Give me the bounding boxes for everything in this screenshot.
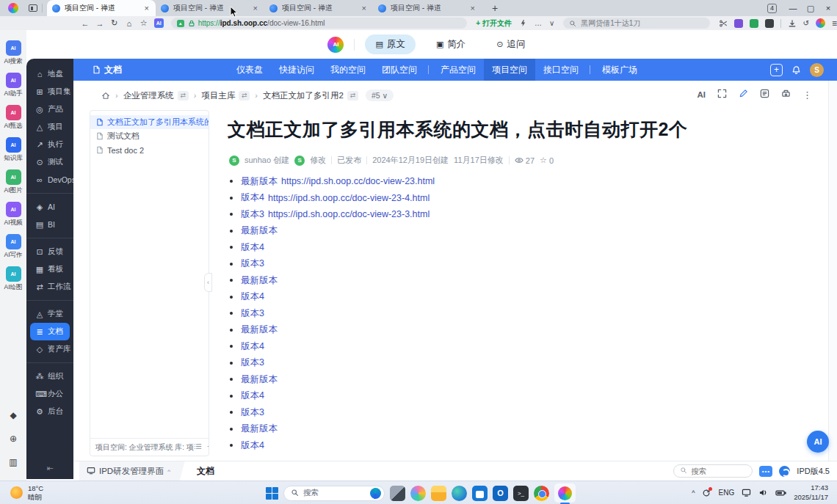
maximize-button[interactable]: ▢ (802, 0, 819, 16)
more-menu-icon[interactable]: ⋮ (802, 90, 812, 101)
sidebar-item[interactable]: ≣文档 (30, 323, 70, 340)
doc-link[interactable]: 版本4 (241, 241, 264, 254)
nav-item[interactable]: 团队空间 (374, 59, 425, 81)
notification-bell-icon[interactable] (791, 65, 801, 75)
browser-downloads-icon[interactable]: ⊕ (10, 434, 17, 444)
downloads-icon[interactable] (788, 19, 797, 28)
browser-extensions-icon[interactable]: ◆ (10, 410, 16, 420)
forward-icon[interactable]: → (93, 19, 107, 28)
doc-link[interactable]: 最新版本 (241, 423, 278, 435)
sidebar-item[interactable]: ⊙测试 (30, 153, 70, 171)
tab-close-icon[interactable]: × (252, 4, 259, 12)
nav-item[interactable]: 我的空间 (322, 59, 374, 81)
zentao-browser-icon[interactable] (554, 483, 576, 503)
bookmark-icon[interactable]: ☆ (137, 18, 151, 28)
doc-link[interactable]: 版本4 (241, 340, 264, 353)
catalog-icon[interactable] (760, 88, 769, 101)
version-badge[interactable]: #5∨ (366, 90, 394, 101)
sidebar-item[interactable]: ∞DevOps (30, 171, 70, 189)
ai-tool-item[interactable]: AI AI助手 (4, 73, 22, 98)
nav-item[interactable]: 产品空间 (432, 59, 484, 81)
microsoft-store-icon[interactable] (472, 486, 488, 501)
sidebar-item[interactable]: ⊡反馈 (30, 243, 70, 260)
breadcrumb-home-icon[interactable] (101, 92, 110, 100)
tree-settings-gear-icon[interactable] (207, 442, 209, 452)
edit-icon[interactable] (739, 88, 748, 101)
nav-item[interactable]: 模板广场 (594, 59, 645, 81)
update-icon[interactable] (702, 489, 711, 497)
reader-mode-tab[interactable]: ▤ 原文 (365, 34, 415, 54)
doc-link[interactable]: 版本4 (241, 390, 264, 402)
ai-tool-item[interactable]: AI AI甄选 (4, 105, 22, 131)
collapse-toolbar-icon[interactable]: ∨ (549, 19, 554, 27)
back-icon[interactable]: ← (78, 19, 93, 28)
menu-icon[interactable]: ≡ (832, 18, 837, 29)
sidebar-item[interactable]: ◬学堂 (30, 305, 70, 323)
terminal-icon[interactable] (513, 486, 529, 501)
scrollbar-track[interactable] (828, 81, 837, 461)
sidebar-collapse-icon[interactable]: ⇤ (26, 464, 73, 473)
ai-tool-item[interactable]: AI AI绘图 (4, 266, 22, 292)
footer-search[interactable] (673, 464, 753, 478)
browser-logo-icon[interactable] (8, 3, 18, 13)
hidden-icons-chevron[interactable]: ^ (692, 489, 695, 497)
doc-link[interactable]: 版本4 (241, 191, 264, 204)
sidebar-item[interactable]: ▦看板 (30, 260, 70, 278)
copilot-icon[interactable] (410, 486, 426, 501)
history-icon[interactable]: ↺ (803, 19, 809, 27)
star-icon[interactable]: ☆ (540, 156, 547, 165)
footer-search-input[interactable] (691, 467, 742, 475)
switch-icon[interactable]: ⇄ (347, 91, 358, 101)
breadcrumb-item[interactable]: › 企业管理系统 ⇄ (110, 90, 189, 101)
reload-icon[interactable]: ↻ (107, 18, 122, 28)
chrome-icon[interactable] (534, 486, 549, 501)
doc-link[interactable]: 最新版本 (241, 274, 278, 287)
doc-link[interactable]: 最新版本 (241, 175, 278, 188)
ai-tool-item[interactable]: AI 知识库 (4, 137, 23, 163)
nav-item[interactable]: 仪表盘 (228, 59, 271, 81)
url-field[interactable]: ▲ https://ipd.sh.oop.cc/doc-view-16.html (171, 18, 468, 29)
doc-tree-item[interactable]: 文档正文加了多引用本系统的文档, (90, 115, 209, 129)
tab-close-icon[interactable]: × (469, 4, 477, 12)
navbar-brand[interactable]: 文档 (93, 64, 122, 76)
doc-link[interactable]: 版本3 (241, 258, 264, 270)
doc-link-url[interactable]: https://ipd.sh.oop.cc/doc-view-23.html (281, 176, 435, 186)
sidebar-item[interactable]: ◎产品 (30, 101, 70, 118)
doc-link[interactable]: 最新版本 (241, 324, 278, 336)
browser-search-box[interactable]: 黑网贷借1十达1刀 (563, 18, 709, 29)
ai-tool-item[interactable]: AI AI写作 (4, 234, 22, 260)
task-view-icon[interactable] (390, 486, 405, 501)
browser-tab[interactable]: 项目空间 - 禅道 × (156, 0, 264, 16)
purple-extension-icon[interactable] (734, 19, 743, 28)
doc-link[interactable]: 版本3 (241, 307, 264, 320)
doc-link[interactable]: 最新版本 (241, 373, 278, 386)
volume-icon[interactable] (758, 486, 768, 500)
ai-tool-item[interactable]: AI AI搜索 (4, 40, 22, 66)
green-extension-icon[interactable] (750, 19, 758, 28)
tab-close-icon[interactable]: × (143, 4, 151, 12)
taskbar-search[interactable]: 搜索 (283, 486, 385, 501)
doc-link-url[interactable]: https://ipd.sh.oop.cc/doc-view-23-3.html (268, 209, 430, 219)
minimize-button[interactable]: — (784, 0, 802, 16)
reader-mode-tab[interactable]: ⊙ 追问 (486, 34, 535, 54)
nav-item[interactable]: 快捷访问 (271, 59, 322, 81)
window-count-badge[interactable]: 4 (767, 4, 777, 13)
doc-link[interactable]: 版本4 (241, 439, 264, 452)
nav-item[interactable]: 项目空间 (484, 59, 535, 81)
ai-reader-logo-icon[interactable]: AI (327, 37, 344, 53)
browser-tab[interactable]: 项目空间 - 禅道 × (47, 0, 156, 16)
extensions-puzzle-icon[interactable] (765, 19, 774, 28)
doc-link[interactable]: 版本3 (241, 406, 264, 419)
home-icon[interactable]: ⌂ (122, 19, 137, 28)
breadcrumb-item[interactable]: › 文档正文加了多引用2 ⇄ (250, 90, 358, 101)
ai-extension-icon[interactable]: AI (154, 18, 164, 28)
ai-tool-item[interactable]: AI AI图片 (4, 169, 22, 195)
browser-apps-icon[interactable]: ▥ (9, 457, 17, 467)
browser-tab[interactable]: 项目空间 - 禅道 × (264, 0, 373, 16)
tab-close-icon[interactable]: × (360, 4, 368, 12)
more-actions-icon[interactable]: … (535, 19, 542, 27)
weather-widget[interactable]: 18°C 晴朗 (10, 484, 43, 502)
language-indicator[interactable]: ENG (718, 489, 734, 497)
tab-overview-icon[interactable] (29, 4, 37, 12)
user-avatar[interactable]: S (810, 63, 824, 77)
